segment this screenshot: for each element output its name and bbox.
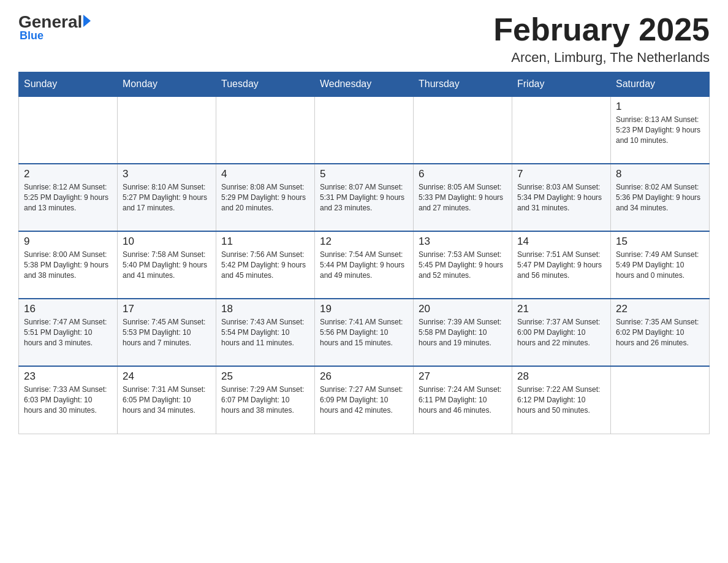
- title-block: February 2025 Arcen, Limburg, The Nether…: [493, 12, 710, 66]
- calendar-table: SundayMondayTuesdayWednesdayThursdayFrid…: [18, 72, 710, 434]
- day-info: Sunrise: 8:13 AM Sunset: 5:23 PM Dayligh…: [616, 115, 704, 145]
- calendar-cell: 5Sunrise: 8:07 AM Sunset: 5:31 PM Daylig…: [315, 164, 414, 231]
- calendar-cell: 9Sunrise: 8:00 AM Sunset: 5:38 PM Daylig…: [19, 231, 118, 299]
- day-info: Sunrise: 8:05 AM Sunset: 5:33 PM Dayligh…: [419, 182, 507, 213]
- day-number: 15: [616, 236, 704, 248]
- calendar-cell: [414, 96, 512, 164]
- day-info: Sunrise: 7:22 AM Sunset: 6:12 PM Dayligh…: [517, 385, 605, 415]
- calendar-cell: 13Sunrise: 7:53 AM Sunset: 5:45 PM Dayli…: [414, 231, 512, 299]
- calendar-cell: [512, 96, 611, 164]
- logo-arrow-icon: [83, 15, 91, 27]
- day-info: Sunrise: 7:41 AM Sunset: 5:56 PM Dayligh…: [320, 317, 408, 348]
- day-info: Sunrise: 7:43 AM Sunset: 5:54 PM Dayligh…: [221, 317, 309, 348]
- header-sunday: Sunday: [19, 72, 118, 97]
- calendar-cell: [19, 96, 118, 164]
- day-info: Sunrise: 7:54 AM Sunset: 5:44 PM Dayligh…: [320, 250, 408, 280]
- location-subtitle: Arcen, Limburg, The Netherlands: [493, 50, 710, 66]
- day-number: 5: [320, 168, 408, 180]
- day-number: 3: [123, 168, 211, 180]
- day-info: Sunrise: 7:29 AM Sunset: 6:07 PM Dayligh…: [221, 385, 309, 415]
- calendar-cell: 16Sunrise: 7:47 AM Sunset: 5:51 PM Dayli…: [19, 299, 118, 366]
- day-info: Sunrise: 8:07 AM Sunset: 5:31 PM Dayligh…: [320, 182, 408, 213]
- day-number: 14: [517, 236, 605, 248]
- day-number: 25: [221, 370, 309, 383]
- calendar-cell: 1Sunrise: 8:13 AM Sunset: 5:23 PM Daylig…: [611, 96, 710, 164]
- calendar-cell: 12Sunrise: 7:54 AM Sunset: 5:44 PM Dayli…: [315, 231, 414, 299]
- day-number: 20: [419, 303, 507, 315]
- calendar-cell: 6Sunrise: 8:05 AM Sunset: 5:33 PM Daylig…: [414, 164, 512, 231]
- calendar-cell: 23Sunrise: 7:33 AM Sunset: 6:03 PM Dayli…: [19, 366, 118, 434]
- calendar-cell: 14Sunrise: 7:51 AM Sunset: 5:47 PM Dayli…: [512, 231, 611, 299]
- calendar-cell: 21Sunrise: 7:37 AM Sunset: 6:00 PM Dayli…: [512, 299, 611, 366]
- day-info: Sunrise: 7:27 AM Sunset: 6:09 PM Dayligh…: [320, 385, 408, 415]
- calendar-cell: 4Sunrise: 8:08 AM Sunset: 5:29 PM Daylig…: [216, 164, 315, 231]
- day-number: 21: [517, 303, 605, 315]
- week-row-1: 1Sunrise: 8:13 AM Sunset: 5:23 PM Daylig…: [19, 96, 710, 164]
- day-info: Sunrise: 7:47 AM Sunset: 5:51 PM Dayligh…: [24, 317, 112, 348]
- calendar-cell: [216, 96, 315, 164]
- calendar-cell: 25Sunrise: 7:29 AM Sunset: 6:07 PM Dayli…: [216, 366, 315, 434]
- calendar-cell: 28Sunrise: 7:22 AM Sunset: 6:12 PM Dayli…: [512, 366, 611, 434]
- calendar-cell: 7Sunrise: 8:03 AM Sunset: 5:34 PM Daylig…: [512, 164, 611, 231]
- calendar-cell: 18Sunrise: 7:43 AM Sunset: 5:54 PM Dayli…: [216, 299, 315, 366]
- calendar-cell: 2Sunrise: 8:12 AM Sunset: 5:25 PM Daylig…: [19, 164, 118, 231]
- calendar-cell: 11Sunrise: 7:56 AM Sunset: 5:42 PM Dayli…: [216, 231, 315, 299]
- calendar-cell: 19Sunrise: 7:41 AM Sunset: 5:56 PM Dayli…: [315, 299, 414, 366]
- day-number: 27: [419, 370, 507, 383]
- day-info: Sunrise: 7:37 AM Sunset: 6:00 PM Dayligh…: [517, 317, 605, 348]
- calendar-header: SundayMondayTuesdayWednesdayThursdayFrid…: [19, 72, 710, 97]
- day-info: Sunrise: 7:24 AM Sunset: 6:11 PM Dayligh…: [419, 385, 507, 415]
- calendar-body: 1Sunrise: 8:13 AM Sunset: 5:23 PM Daylig…: [19, 96, 710, 434]
- header-friday: Friday: [512, 72, 611, 97]
- week-row-5: 23Sunrise: 7:33 AM Sunset: 6:03 PM Dayli…: [19, 366, 710, 434]
- day-info: Sunrise: 7:35 AM Sunset: 6:02 PM Dayligh…: [616, 317, 704, 348]
- header-monday: Monday: [118, 72, 216, 97]
- day-info: Sunrise: 8:08 AM Sunset: 5:29 PM Dayligh…: [221, 182, 309, 213]
- day-info: Sunrise: 7:45 AM Sunset: 5:53 PM Dayligh…: [123, 317, 211, 348]
- day-number: 22: [616, 303, 704, 315]
- day-info: Sunrise: 8:00 AM Sunset: 5:38 PM Dayligh…: [24, 250, 112, 280]
- calendar-cell: 8Sunrise: 8:02 AM Sunset: 5:36 PM Daylig…: [611, 164, 710, 231]
- calendar-cell: [315, 96, 414, 164]
- day-info: Sunrise: 8:02 AM Sunset: 5:36 PM Dayligh…: [616, 182, 704, 213]
- day-number: 16: [24, 303, 112, 315]
- calendar-cell: 22Sunrise: 7:35 AM Sunset: 6:02 PM Dayli…: [611, 299, 710, 366]
- calendar-cell: 20Sunrise: 7:39 AM Sunset: 5:58 PM Dayli…: [414, 299, 512, 366]
- logo-blue: Blue: [20, 29, 44, 42]
- logo: General Blue: [18, 12, 91, 42]
- day-info: Sunrise: 8:12 AM Sunset: 5:25 PM Dayligh…: [24, 182, 112, 213]
- week-row-2: 2Sunrise: 8:12 AM Sunset: 5:25 PM Daylig…: [19, 164, 710, 231]
- day-number: 1: [616, 101, 704, 113]
- day-info: Sunrise: 8:03 AM Sunset: 5:34 PM Dayligh…: [517, 182, 605, 213]
- day-info: Sunrise: 7:58 AM Sunset: 5:40 PM Dayligh…: [123, 250, 211, 280]
- day-info: Sunrise: 8:10 AM Sunset: 5:27 PM Dayligh…: [123, 182, 211, 213]
- day-info: Sunrise: 7:33 AM Sunset: 6:03 PM Dayligh…: [24, 385, 112, 415]
- month-title: February 2025: [493, 12, 710, 47]
- header-thursday: Thursday: [414, 72, 512, 97]
- day-number: 2: [24, 168, 112, 180]
- day-number: 23: [24, 370, 112, 383]
- day-info: Sunrise: 7:31 AM Sunset: 6:05 PM Dayligh…: [123, 385, 211, 415]
- day-info: Sunrise: 7:56 AM Sunset: 5:42 PM Dayligh…: [221, 250, 309, 280]
- day-info: Sunrise: 7:51 AM Sunset: 5:47 PM Dayligh…: [517, 250, 605, 280]
- calendar-cell: 27Sunrise: 7:24 AM Sunset: 6:11 PM Dayli…: [414, 366, 512, 434]
- day-number: 4: [221, 168, 309, 180]
- day-number: 7: [517, 168, 605, 180]
- calendar-cell: 3Sunrise: 8:10 AM Sunset: 5:27 PM Daylig…: [118, 164, 216, 231]
- calendar-cell: [118, 96, 216, 164]
- calendar-cell: 26Sunrise: 7:27 AM Sunset: 6:09 PM Dayli…: [315, 366, 414, 434]
- calendar-cell: 10Sunrise: 7:58 AM Sunset: 5:40 PM Dayli…: [118, 231, 216, 299]
- day-number: 28: [517, 370, 605, 383]
- calendar-cell: 17Sunrise: 7:45 AM Sunset: 5:53 PM Dayli…: [118, 299, 216, 366]
- calendar-cell: 15Sunrise: 7:49 AM Sunset: 5:49 PM Dayli…: [611, 231, 710, 299]
- day-number: 19: [320, 303, 408, 315]
- day-number: 17: [123, 303, 211, 315]
- header-wednesday: Wednesday: [315, 72, 414, 97]
- day-info: Sunrise: 7:39 AM Sunset: 5:58 PM Dayligh…: [419, 317, 507, 348]
- header-row: SundayMondayTuesdayWednesdayThursdayFrid…: [19, 72, 710, 97]
- page-header: General Blue February 2025 Arcen, Limbur…: [18, 12, 710, 66]
- week-row-4: 16Sunrise: 7:47 AM Sunset: 5:51 PM Dayli…: [19, 299, 710, 366]
- day-number: 8: [616, 168, 704, 180]
- week-row-3: 9Sunrise: 8:00 AM Sunset: 5:38 PM Daylig…: [19, 231, 710, 299]
- day-number: 18: [221, 303, 309, 315]
